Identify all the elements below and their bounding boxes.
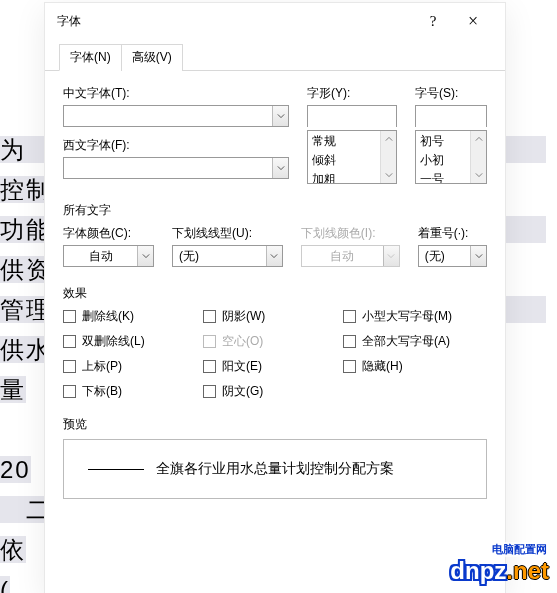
- chevron-down-icon[interactable]: [470, 246, 486, 266]
- emphasis-label: 着重号(·):: [418, 225, 487, 242]
- font-style-input[interactable]: [307, 105, 397, 127]
- preview-box: 全旗各行业用水总量计划控制分配方案: [63, 439, 487, 499]
- tab-bar: 字体(N) 高级(V): [45, 43, 505, 71]
- tab-font[interactable]: 字体(N): [59, 44, 122, 71]
- underline-style-combo[interactable]: (无): [172, 245, 283, 267]
- font-style-label: 字形(Y):: [307, 85, 397, 102]
- strike-checkbox[interactable]: 删除线(K): [63, 308, 203, 325]
- scroll-up-icon[interactable]: [381, 131, 396, 147]
- font-style-list[interactable]: 常规 倾斜 加粗: [307, 130, 397, 184]
- outline-checkbox: 空心(O): [203, 333, 343, 350]
- scrollbar[interactable]: [380, 131, 396, 183]
- west-font-combo[interactable]: [63, 157, 289, 179]
- scroll-down-icon[interactable]: [471, 167, 486, 183]
- preview-line-icon: [88, 469, 144, 470]
- dblstrike-checkbox[interactable]: 双删除线(L): [63, 333, 203, 350]
- cjk-font-label: 中文字体(T):: [63, 85, 289, 102]
- scroll-up-icon[interactable]: [471, 131, 486, 147]
- engrave-checkbox[interactable]: 阴文(G): [203, 383, 343, 400]
- west-font-value[interactable]: [64, 158, 272, 178]
- watermark: 电脑配置网 dnpz.net: [450, 542, 549, 585]
- emphasis-combo[interactable]: (无): [418, 245, 487, 267]
- scroll-down-icon[interactable]: [381, 167, 396, 183]
- all-text-heading: 所有文字: [63, 202, 487, 219]
- preview-text: 全旗各行业用水总量计划控制分配方案: [156, 460, 394, 478]
- chevron-down-icon[interactable]: [137, 246, 153, 266]
- smallcaps-checkbox[interactable]: 小型大写字母(M): [343, 308, 493, 325]
- allcaps-checkbox[interactable]: 全部大写字母(A): [343, 333, 493, 350]
- dialog-title: 字体: [57, 13, 413, 30]
- font-size-label: 字号(S):: [415, 85, 487, 102]
- font-size-input[interactable]: [415, 105, 487, 127]
- close-button[interactable]: ×: [453, 3, 493, 39]
- effects-heading: 效果: [63, 285, 487, 302]
- chevron-down-icon[interactable]: [272, 106, 288, 126]
- underline-style-label: 下划线线型(U):: [172, 225, 283, 242]
- cjk-font-combo[interactable]: [63, 105, 289, 127]
- font-color-label: 字体颜色(C):: [63, 225, 154, 242]
- shadow-checkbox[interactable]: 阴影(W): [203, 308, 343, 325]
- hidden-checkbox[interactable]: 隐藏(H): [343, 358, 493, 375]
- tab-advanced[interactable]: 高级(V): [121, 44, 183, 71]
- scrollbar[interactable]: [470, 131, 486, 183]
- subscript-checkbox[interactable]: 下标(B): [63, 383, 203, 400]
- chevron-down-icon[interactable]: [266, 246, 282, 266]
- superscript-checkbox[interactable]: 上标(P): [63, 358, 203, 375]
- preview-heading: 预览: [63, 416, 487, 433]
- help-button[interactable]: ?: [413, 3, 453, 39]
- west-font-label: 西文字体(F):: [63, 137, 289, 154]
- underline-color-label: 下划线颜色(I):: [301, 225, 400, 242]
- font-size-list[interactable]: 初号 小初 一号: [415, 130, 487, 184]
- font-dialog: 字体 ? × 字体(N) 高级(V) 中文字体(T): 西文字体(F):: [44, 2, 506, 593]
- emboss-checkbox[interactable]: 阳文(E): [203, 358, 343, 375]
- underline-color-combo: 自动: [301, 245, 400, 267]
- cjk-font-value[interactable]: [64, 106, 272, 126]
- chevron-down-icon: [383, 246, 399, 266]
- font-color-combo[interactable]: 自动: [63, 245, 154, 267]
- titlebar: 字体 ? ×: [45, 3, 505, 39]
- chevron-down-icon[interactable]: [272, 158, 288, 178]
